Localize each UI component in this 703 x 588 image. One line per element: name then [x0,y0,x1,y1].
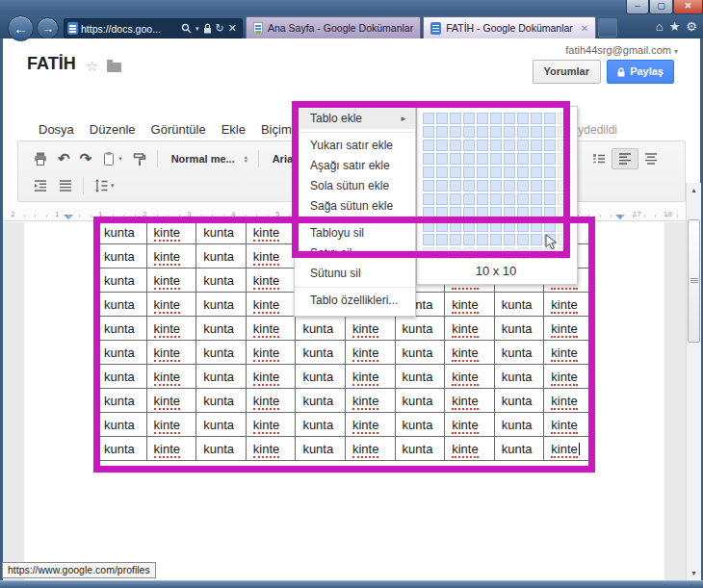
grid-size-cell[interactable] [450,140,461,151]
table-cell[interactable]: kinte [544,317,594,341]
new-tab-button[interactable] [598,18,617,38]
grid-size-cell[interactable] [531,247,542,259]
table-cell[interactable]: kunta [196,220,247,244]
table-cell[interactable]: kunta [494,317,544,341]
grid-size-cell[interactable] [558,207,569,218]
search-icon[interactable] [181,23,192,34]
grid-size-cell[interactable] [544,220,556,232]
table-cell[interactable]: kunta [296,413,346,437]
table-cell[interactable]: kinte [345,437,395,461]
table-cell[interactable]: kinte [246,389,296,413]
grid-size-cell[interactable] [490,140,502,151]
grid-size-cell[interactable] [450,113,461,124]
table-cell[interactable]: kinte [345,365,395,389]
grid-size-cell[interactable] [477,220,488,232]
table-cell[interactable]: kunta [395,365,445,389]
grid-size-cell[interactable] [463,234,475,245]
grid-size-cell[interactable] [517,153,529,165]
table-cell[interactable]: kunta [97,437,147,461]
table-cell[interactable]: kinte [246,220,296,244]
grid-size-cell[interactable] [558,166,569,178]
grid-size-cell[interactable] [423,140,434,151]
redo-icon[interactable]: ↷ [75,149,97,168]
tab-ana-sayfa[interactable]: Ana Sayfa - Google Dokümanlar [246,16,421,38]
tab-close-icon[interactable]: ✕ [581,23,588,34]
print-icon[interactable] [28,149,53,168]
grid-size-cell[interactable] [463,153,475,165]
maximize-button[interactable]: ▢ [649,0,673,14]
table-cell[interactable]: kinte [544,341,594,365]
table-cell[interactable]: kinte [246,268,296,293]
grid-size-cell[interactable] [450,247,461,259]
grid-size-cell[interactable] [463,166,475,178]
grid-size-cell[interactable] [517,140,529,151]
grid-size-cell[interactable] [504,247,515,259]
scrollbar-thumb[interactable] [688,219,700,343]
grid-size-cell[interactable] [436,220,448,232]
grid-size-cell[interactable] [531,220,542,232]
back-button[interactable]: ← [8,15,34,41]
grid-size-cell[interactable] [477,193,488,205]
grid-size-cell[interactable] [423,126,434,138]
grid-size-cell[interactable] [477,126,488,138]
grid-size-cell[interactable] [436,166,448,178]
grid-size-cell[interactable] [463,247,475,259]
table-cell[interactable]: kunta [494,389,544,413]
table-cell[interactable]: kinte [146,341,196,365]
star-icon[interactable]: ☆ [86,58,98,75]
table-cell[interactable]: kunta [97,341,147,365]
grid-size-cell[interactable] [504,166,515,178]
grid-size-cell[interactable] [423,153,434,165]
table-cell[interactable]: kinte [246,317,296,341]
grid-size-cell[interactable] [504,113,515,124]
table-cell[interactable]: kinte [445,365,495,389]
grid-size-cell[interactable] [450,153,461,165]
menubar-item[interactable]: Biçim [254,119,299,140]
table-cell[interactable]: kinte [246,244,296,268]
line-spacing-icon[interactable]: ▾ [89,176,119,195]
table-cell[interactable]: kinte [146,317,196,341]
favorites-star-icon[interactable]: ★ [669,19,681,34]
grid-size-cell[interactable] [558,180,569,192]
grid-size-cell[interactable] [477,180,488,192]
grid-size-cell[interactable] [544,153,556,165]
table-cell[interactable]: kunta [196,317,247,341]
table-cell[interactable]: kinte [246,437,296,461]
table-cell[interactable]: kinte [246,365,296,389]
paste-icon[interactable]: ▾ [96,149,127,168]
grid-size-cell[interactable] [544,126,556,138]
grid-size-cell[interactable] [436,180,448,192]
table-menu-item[interactable]: Sağa sütun ekle [295,196,415,217]
grid-size-cell[interactable] [531,193,542,205]
tab-fatih-active[interactable]: FATİH - Google Dokümanlar ✕ [423,16,596,38]
table-menu-item[interactable]: Tabloyu sil [295,223,415,243]
list-icon[interactable] [586,149,612,168]
grid-size-cell[interactable] [423,207,434,218]
grid-size-cell[interactable] [558,220,569,232]
grid-size-cell[interactable] [463,193,475,205]
grid-size-cell[interactable] [504,140,515,151]
refresh-icon[interactable]: ↻ [216,19,224,38]
address-bar[interactable]: https://docs.goo... ▾ ↻ ✕ [64,18,243,38]
table-cell[interactable]: kunta [97,365,147,389]
table-cell[interactable]: kinte [345,413,395,437]
styles-dropdown[interactable]: Normal me... ▲▼ [163,151,253,166]
grid-size-cell[interactable] [477,234,488,245]
menubar-item[interactable]: Görüntüle [144,119,213,140]
grid-size-cell[interactable] [450,193,461,205]
table-cell[interactable]: kunta [97,317,147,341]
table-cell[interactable]: kunta [395,413,445,437]
grid-size-cell[interactable] [531,166,542,178]
grid-size-cell[interactable] [477,207,488,218]
table-cell[interactable]: kunta [494,437,544,461]
table-cell[interactable]: kinte [445,341,495,365]
table-cell[interactable]: kunta [494,341,544,365]
table-cell[interactable]: kunta [97,244,147,268]
grid-size-cell[interactable] [423,193,434,205]
grid-size-cell[interactable] [558,140,569,151]
table-cell[interactable]: kinte [146,220,196,244]
grid-size-cell[interactable] [558,153,569,165]
grid-size-cell[interactable] [436,247,448,259]
grid-size-cell[interactable] [436,113,448,124]
comments-button[interactable]: Yorumlar [533,60,601,84]
